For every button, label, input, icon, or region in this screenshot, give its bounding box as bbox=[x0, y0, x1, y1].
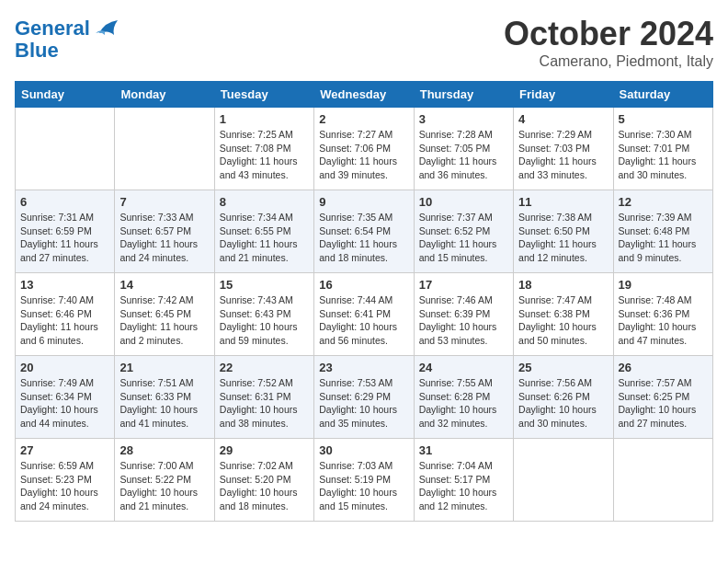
calendar-cell: 29Sunrise: 7:02 AMSunset: 5:20 PMDayligh… bbox=[214, 439, 313, 522]
day-info: Sunset: 6:55 PM bbox=[220, 224, 309, 238]
day-info: Sunset: 6:41 PM bbox=[319, 307, 408, 321]
day-info: Sunset: 6:57 PM bbox=[119, 224, 209, 238]
day-header-sunday: Sunday bbox=[16, 82, 115, 108]
day-header-saturday: Saturday bbox=[613, 82, 712, 108]
day-info: Sunrise: 7:28 AM bbox=[419, 128, 508, 142]
day-header-thursday: Thursday bbox=[414, 82, 513, 108]
day-header-friday: Friday bbox=[514, 82, 613, 108]
day-number: 10 bbox=[419, 195, 508, 209]
day-number: 13 bbox=[20, 278, 109, 292]
calendar-cell: 9Sunrise: 7:35 AMSunset: 6:54 PMDaylight… bbox=[314, 190, 414, 273]
day-info: Sunrise: 7:40 AM bbox=[20, 293, 109, 307]
day-headers-row: SundayMondayTuesdayWednesdayThursdayFrid… bbox=[16, 82, 713, 108]
day-info: Sunrise: 7:42 AM bbox=[119, 293, 209, 307]
calendar-cell: 27Sunrise: 6:59 AMSunset: 5:23 PMDayligh… bbox=[16, 439, 115, 522]
day-number: 25 bbox=[518, 361, 608, 374]
title-section: October 2024 Camerano, Piedmont, Italy bbox=[504, 15, 713, 70]
day-info: Sunrise: 7:25 AM bbox=[220, 128, 309, 142]
day-info: Sunrise: 7:56 AM bbox=[518, 376, 608, 390]
day-number: 7 bbox=[119, 195, 209, 209]
page-header: General Blue October 2024 Camerano, Pied… bbox=[15, 15, 713, 70]
calendar-cell: 18Sunrise: 7:47 AMSunset: 6:38 PMDayligh… bbox=[514, 273, 613, 356]
calendar-cell: 20Sunrise: 7:49 AMSunset: 6:34 PMDayligh… bbox=[16, 356, 115, 439]
day-info: Sunset: 6:29 PM bbox=[319, 390, 408, 404]
day-info: Daylight: 10 hours and 59 minutes. bbox=[220, 320, 309, 347]
day-info: Sunrise: 7:27 AM bbox=[319, 128, 408, 142]
calendar-cell: 5Sunrise: 7:30 AMSunset: 7:01 PMDaylight… bbox=[613, 108, 712, 190]
day-number: 23 bbox=[319, 361, 408, 374]
day-info: Sunset: 7:06 PM bbox=[319, 142, 408, 155]
day-info: Sunrise: 7:52 AM bbox=[220, 376, 309, 390]
day-info: Sunset: 7:08 PM bbox=[220, 142, 309, 155]
day-info: Sunrise: 7:39 AM bbox=[619, 211, 708, 224]
calendar-cell: 15Sunrise: 7:43 AMSunset: 6:43 PMDayligh… bbox=[214, 273, 313, 356]
week-row-1: 1Sunrise: 7:25 AMSunset: 7:08 PMDaylight… bbox=[16, 108, 713, 190]
day-info: Sunrise: 7:38 AM bbox=[518, 211, 608, 224]
calendar-cell: 12Sunrise: 7:39 AMSunset: 6:48 PMDayligh… bbox=[613, 190, 712, 273]
day-info: Daylight: 11 hours and 12 minutes. bbox=[518, 237, 608, 264]
day-info: Daylight: 11 hours and 2 minutes. bbox=[119, 320, 209, 347]
day-info: Daylight: 10 hours and 44 minutes. bbox=[20, 403, 109, 430]
calendar-cell: 26Sunrise: 7:57 AMSunset: 6:25 PMDayligh… bbox=[613, 356, 712, 439]
logo-bird-icon bbox=[92, 15, 119, 42]
day-info: Sunset: 5:23 PM bbox=[20, 473, 109, 487]
day-number: 27 bbox=[20, 443, 109, 457]
day-info: Daylight: 10 hours and 35 minutes. bbox=[319, 403, 408, 430]
day-number: 16 bbox=[319, 278, 408, 292]
day-info: Sunrise: 6:59 AM bbox=[20, 459, 109, 473]
day-number: 2 bbox=[319, 112, 408, 126]
day-info: Sunset: 6:33 PM bbox=[119, 390, 209, 404]
day-number: 12 bbox=[619, 195, 708, 209]
day-info: Sunset: 6:26 PM bbox=[518, 390, 608, 404]
day-info: Sunset: 5:22 PM bbox=[119, 473, 209, 487]
day-info: Sunrise: 7:48 AM bbox=[619, 293, 708, 307]
calendar-cell: 2Sunrise: 7:27 AMSunset: 7:06 PMDaylight… bbox=[314, 108, 414, 190]
day-info: Sunset: 6:43 PM bbox=[220, 307, 309, 321]
day-info: Daylight: 10 hours and 47 minutes. bbox=[619, 320, 708, 347]
day-info: Daylight: 11 hours and 43 minutes. bbox=[220, 155, 309, 181]
day-info: Sunset: 5:19 PM bbox=[319, 473, 408, 487]
day-info: Sunrise: 7:46 AM bbox=[419, 293, 508, 307]
day-info: Daylight: 10 hours and 30 minutes. bbox=[518, 403, 608, 430]
day-info: Sunrise: 7:02 AM bbox=[220, 459, 309, 473]
calendar-cell: 31Sunrise: 7:04 AMSunset: 5:17 PMDayligh… bbox=[414, 439, 513, 522]
calendar-cell: 8Sunrise: 7:34 AMSunset: 6:55 PMDaylight… bbox=[214, 190, 313, 273]
day-number: 9 bbox=[319, 195, 408, 209]
day-info: Daylight: 11 hours and 9 minutes. bbox=[619, 237, 708, 264]
day-number: 19 bbox=[619, 278, 708, 292]
day-info: Sunset: 6:48 PM bbox=[619, 224, 708, 238]
calendar-cell: 17Sunrise: 7:46 AMSunset: 6:39 PMDayligh… bbox=[414, 273, 513, 356]
day-info: Daylight: 11 hours and 21 minutes. bbox=[220, 237, 309, 264]
calendar-cell: 22Sunrise: 7:52 AMSunset: 6:31 PMDayligh… bbox=[214, 356, 313, 439]
calendar-cell: 11Sunrise: 7:38 AMSunset: 6:50 PMDayligh… bbox=[514, 190, 613, 273]
day-info: Daylight: 10 hours and 38 minutes. bbox=[220, 403, 309, 430]
day-number: 29 bbox=[220, 443, 309, 457]
calendar-cell: 24Sunrise: 7:55 AMSunset: 6:28 PMDayligh… bbox=[414, 356, 513, 439]
day-number: 14 bbox=[119, 278, 209, 292]
calendar-cell: 23Sunrise: 7:53 AMSunset: 6:29 PMDayligh… bbox=[314, 356, 414, 439]
day-info: Sunset: 6:54 PM bbox=[319, 224, 408, 238]
calendar-cell bbox=[115, 108, 214, 190]
day-number: 3 bbox=[419, 112, 508, 126]
calendar-cell bbox=[16, 108, 115, 190]
day-info: Daylight: 10 hours and 32 minutes. bbox=[419, 403, 508, 430]
day-info: Sunset: 6:28 PM bbox=[419, 390, 508, 404]
day-info: Sunrise: 7:35 AM bbox=[319, 211, 408, 224]
day-info: Sunrise: 7:03 AM bbox=[319, 459, 408, 473]
day-info: Daylight: 10 hours and 24 minutes. bbox=[20, 486, 109, 512]
day-info: Daylight: 10 hours and 56 minutes. bbox=[319, 320, 408, 347]
day-info: Daylight: 10 hours and 53 minutes. bbox=[419, 320, 508, 347]
day-info: Sunset: 5:20 PM bbox=[220, 473, 309, 487]
day-info: Sunset: 6:38 PM bbox=[518, 307, 608, 321]
day-header-wednesday: Wednesday bbox=[314, 82, 414, 108]
day-info: Sunset: 6:59 PM bbox=[20, 224, 109, 238]
day-number: 26 bbox=[619, 361, 708, 374]
day-number: 30 bbox=[319, 443, 408, 457]
day-number: 18 bbox=[518, 278, 608, 292]
day-info: Daylight: 11 hours and 33 minutes. bbox=[518, 155, 608, 181]
week-row-2: 6Sunrise: 7:31 AMSunset: 6:59 PMDaylight… bbox=[16, 190, 713, 273]
day-info: Daylight: 11 hours and 30 minutes. bbox=[619, 155, 708, 181]
day-info: Sunrise: 7:34 AM bbox=[220, 211, 309, 224]
day-number: 24 bbox=[419, 361, 508, 374]
day-info: Daylight: 11 hours and 36 minutes. bbox=[419, 155, 508, 181]
